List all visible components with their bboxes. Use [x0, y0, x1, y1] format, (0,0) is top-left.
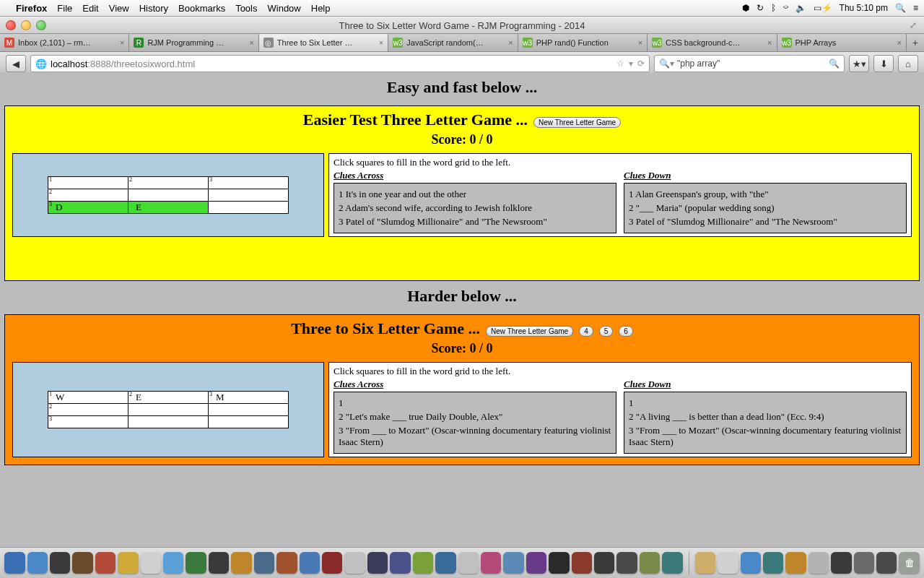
- menu-tools[interactable]: Tools: [235, 3, 257, 14]
- dock-app-icon[interactable]: [367, 552, 388, 574]
- dock-app-icon[interactable]: [231, 552, 251, 574]
- grid-cell[interactable]: 2E: [128, 392, 209, 404]
- app-name[interactable]: Firefox: [16, 3, 47, 14]
- menu-history[interactable]: History: [139, 3, 168, 14]
- dock-app-icon[interactable]: [322, 552, 342, 574]
- dock-app-icon[interactable]: [831, 552, 851, 574]
- dropbox-icon[interactable]: ⬢: [742, 3, 749, 13]
- bluetooth-icon[interactable]: ᛒ: [771, 3, 776, 13]
- menu-help[interactable]: Help: [311, 3, 331, 14]
- spotlight-icon[interactable]: 🔍: [895, 3, 906, 13]
- dock-app-icon[interactable]: [276, 552, 297, 574]
- grid-cell[interactable]: 1: [48, 177, 128, 189]
- dock-app-icon[interactable]: [718, 552, 738, 574]
- dock-app-icon[interactable]: [616, 552, 637, 574]
- size-4-button[interactable]: 4: [579, 326, 593, 337]
- new-three-letter-game-button[interactable]: New Three Letter Game: [533, 117, 621, 128]
- dock-app-icon[interactable]: [163, 552, 183, 574]
- dock-app-icon[interactable]: [390, 552, 410, 574]
- size-6-button[interactable]: 6: [619, 326, 633, 337]
- wifi-icon[interactable]: ⌔: [783, 3, 788, 13]
- tab-close-icon[interactable]: ×: [249, 38, 253, 47]
- dock-app-icon[interactable]: [741, 552, 761, 574]
- dock-app-icon[interactable]: [854, 552, 874, 574]
- dock-app-icon[interactable]: [72, 552, 92, 574]
- dock-app-icon[interactable]: [209, 552, 229, 574]
- grid-cell[interactable]: 2: [128, 177, 209, 189]
- dock-app-icon[interactable]: [662, 552, 682, 574]
- dock-app-icon[interactable]: [435, 552, 456, 574]
- dock-app-icon[interactable]: [503, 552, 523, 574]
- battery-icon[interactable]: ▭⚡: [814, 3, 832, 13]
- grid-cell[interactable]: [209, 202, 289, 214]
- dock-app-icon[interactable]: [27, 552, 48, 574]
- grid-cell[interactable]: [209, 404, 289, 416]
- dock-app-icon[interactable]: [526, 552, 546, 574]
- tab-close-icon[interactable]: ×: [638, 38, 642, 47]
- dock-app-icon[interactable]: [254, 552, 274, 574]
- tab-close-icon[interactable]: ×: [508, 38, 513, 47]
- grid-cell[interactable]: [209, 189, 289, 202]
- dock-app-icon[interactable]: [118, 552, 138, 574]
- grid-cell[interactable]: 3M: [209, 392, 289, 404]
- browser-tab[interactable]: w3JavaScript random(…×: [388, 34, 518, 51]
- dock-app-icon[interactable]: [344, 552, 365, 574]
- dock-app-icon[interactable]: [549, 552, 569, 574]
- dock-app-icon[interactable]: [141, 552, 161, 574]
- dock-app-icon[interactable]: [458, 552, 479, 574]
- tab-close-icon[interactable]: ×: [767, 38, 772, 47]
- easy-word-grid[interactable]: 12323DE: [48, 176, 289, 214]
- downloads-button[interactable]: ⬇: [873, 55, 894, 72]
- grid-cell[interactable]: [128, 189, 209, 202]
- dock-app-icon[interactable]: [785, 552, 806, 574]
- volume-icon[interactable]: 🔈: [796, 3, 806, 13]
- bookmark-star-icon[interactable]: ☆: [616, 59, 624, 69]
- dock-app-icon[interactable]: [300, 552, 320, 574]
- browser-tab[interactable]: ◎Three to Six Letter …×: [259, 34, 388, 51]
- grid-cell[interactable]: 3: [48, 416, 128, 428]
- dock-app-icon[interactable]: [695, 552, 715, 574]
- address-bar[interactable]: 🌐 localhost :8888 /threetosixword.html ☆…: [30, 55, 650, 72]
- tab-close-icon[interactable]: ×: [379, 38, 383, 47]
- sync-icon[interactable]: ↻: [757, 3, 764, 13]
- dock-app-icon[interactable]: [50, 552, 70, 574]
- new-tab-button[interactable]: +: [907, 34, 924, 51]
- grid-cell[interactable]: 2: [48, 189, 128, 202]
- grid-cell[interactable]: 3: [209, 177, 289, 189]
- dock-app-icon[interactable]: [763, 552, 783, 574]
- dock-app-icon[interactable]: [572, 552, 592, 574]
- menu-file[interactable]: File: [57, 3, 72, 14]
- browser-tab[interactable]: w3CSS background-c…×: [648, 34, 777, 51]
- menu-window[interactable]: Window: [268, 3, 301, 14]
- bookmarks-button[interactable]: ★▾: [849, 55, 869, 72]
- grid-cell[interactable]: [209, 416, 289, 428]
- grid-cell[interactable]: [128, 416, 209, 428]
- grid-cell[interactable]: 3D: [48, 202, 128, 214]
- home-button[interactable]: ⌂: [898, 55, 918, 72]
- dock-app-icon[interactable]: [594, 552, 614, 574]
- browser-tab[interactable]: w3PHP Arrays×: [777, 34, 907, 51]
- size-5-button[interactable]: 5: [599, 326, 614, 337]
- back-button[interactable]: ◀: [6, 55, 26, 72]
- dock-app-icon[interactable]: [640, 552, 660, 574]
- notifications-icon[interactable]: ≡: [913, 3, 918, 13]
- tab-close-icon[interactable]: ×: [120, 38, 124, 47]
- menu-edit[interactable]: Edit: [82, 3, 98, 14]
- clock[interactable]: Thu 5:10 pm: [840, 3, 888, 13]
- dock-app-icon[interactable]: [186, 552, 206, 574]
- grid-cell[interactable]: E: [128, 202, 209, 214]
- hard-word-grid[interactable]: 1W2E3M23: [48, 391, 289, 428]
- grid-cell[interactable]: 2: [48, 404, 128, 416]
- grid-cell[interactable]: 1W: [48, 392, 128, 404]
- dock-app-icon[interactable]: [95, 552, 116, 574]
- search-go-icon[interactable]: 🔍: [829, 59, 840, 69]
- browser-tab[interactable]: MInbox (2,101) – rm…×: [0, 34, 129, 51]
- dock-app-icon[interactable]: [808, 552, 829, 574]
- dock-app-icon[interactable]: [876, 552, 897, 574]
- browser-tab[interactable]: RRJM Programming …×: [129, 34, 258, 51]
- dock-app-icon[interactable]: [413, 552, 433, 574]
- search-box[interactable]: 🔍▾ "php array" 🔍: [654, 55, 845, 72]
- dock-app-icon[interactable]: [4, 552, 25, 574]
- menu-view[interactable]: View: [109, 3, 129, 14]
- dropdown-icon[interactable]: ▾: [629, 59, 633, 69]
